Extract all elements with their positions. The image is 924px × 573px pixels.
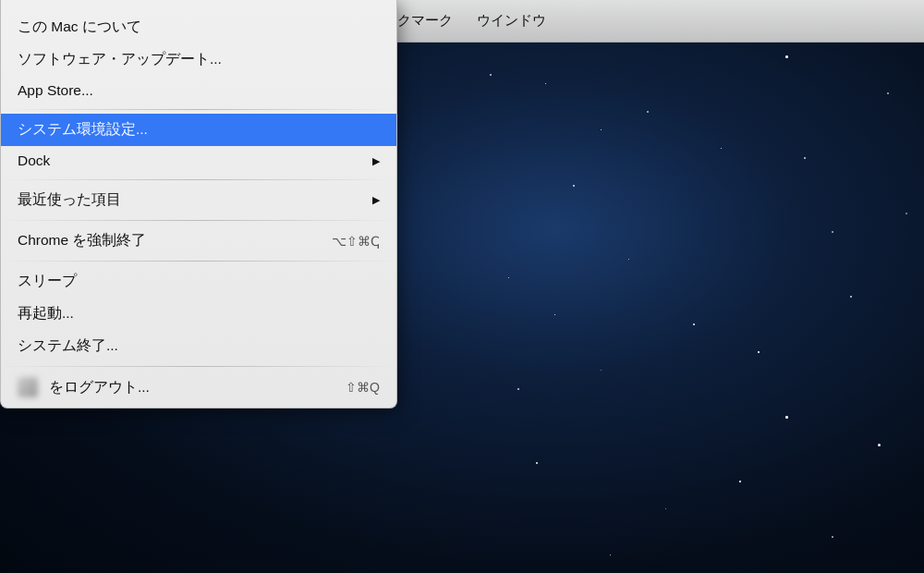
- star: [721, 148, 722, 149]
- separator-2: [1, 179, 396, 180]
- logout-left: をログアウト...: [18, 377, 150, 397]
- star: [573, 185, 575, 187]
- menu-item-restart[interactable]: 再起動...: [1, 298, 396, 330]
- separator-1: [1, 109, 396, 110]
- menu-item-software-update[interactable]: ソフトウェア・アップデート...: [1, 43, 396, 76]
- star: [601, 370, 602, 371]
- star: [693, 323, 695, 325]
- menu-section-1: この Mac について ソフトウェア・アップデート... App Store..…: [1, 4, 396, 105]
- star: [554, 314, 555, 315]
- force-quit-shortcut: ⌥⇧⌘ↅ: [332, 234, 380, 249]
- menu-item-sleep[interactable]: スリープ: [1, 265, 396, 298]
- star: [536, 462, 538, 464]
- star: [906, 213, 907, 214]
- star: [545, 83, 546, 84]
- star: [601, 129, 602, 130]
- star: [517, 388, 519, 390]
- star: [628, 259, 629, 260]
- menu-item-logout[interactable]: をログアウト... ⇧⌘Q: [1, 371, 396, 404]
- menu-item-app-store[interactable]: App Store...: [1, 76, 396, 105]
- star: [832, 231, 833, 233]
- menu-item-force-quit[interactable]: Chrome を強制終了 ⌥⇧⌘ↅ: [1, 225, 396, 257]
- apple-dropdown-menu: この Mac について ソフトウェア・アップデート... App Store..…: [0, 0, 397, 408]
- user-avatar: [18, 377, 38, 397]
- star: [785, 55, 788, 58]
- star: [832, 536, 833, 538]
- menubar-item-window[interactable]: ウインドウ: [466, 8, 557, 33]
- star: [804, 157, 806, 159]
- menu-item-system-preferences[interactable]: システム環境設定...: [1, 114, 396, 146]
- separator-5: [1, 366, 396, 367]
- star: [739, 481, 741, 482]
- star: [878, 444, 881, 446]
- separator-3: [1, 220, 396, 221]
- star: [647, 111, 649, 113]
- star: [887, 92, 889, 94]
- star: [610, 555, 611, 555]
- menu-item-shutdown[interactable]: システム終了...: [1, 330, 396, 362]
- star: [490, 74, 492, 76]
- menu-item-dock[interactable]: Dock: [1, 146, 396, 176]
- star: [665, 508, 666, 509]
- menu-item-recent-items[interactable]: 最近使った項目: [1, 184, 396, 216]
- logout-shortcut: ⇧⌘Q: [346, 380, 380, 395]
- star: [785, 416, 788, 419]
- separator-4: [1, 261, 396, 262]
- star: [508, 277, 509, 278]
- menu-item-about-mac[interactable]: この Mac について: [1, 11, 396, 43]
- star: [850, 296, 852, 298]
- star: [758, 351, 760, 353]
